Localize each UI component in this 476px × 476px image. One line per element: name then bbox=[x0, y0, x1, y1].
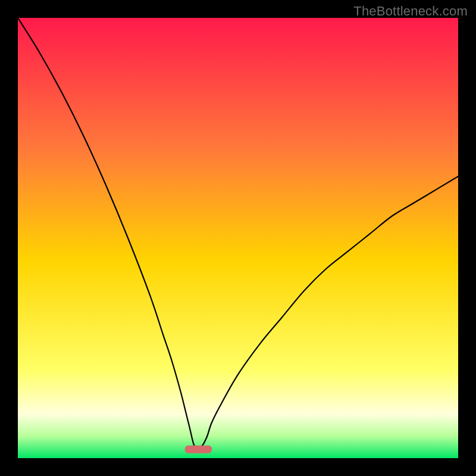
watermark-text: TheBottleneck.com bbox=[353, 4, 468, 19]
minimum-marker bbox=[185, 446, 211, 453]
chart-svg bbox=[18, 18, 458, 458]
chart-frame: TheBottleneck.com bbox=[0, 0, 476, 476]
plot-area bbox=[18, 18, 458, 458]
gradient-background bbox=[18, 18, 458, 458]
